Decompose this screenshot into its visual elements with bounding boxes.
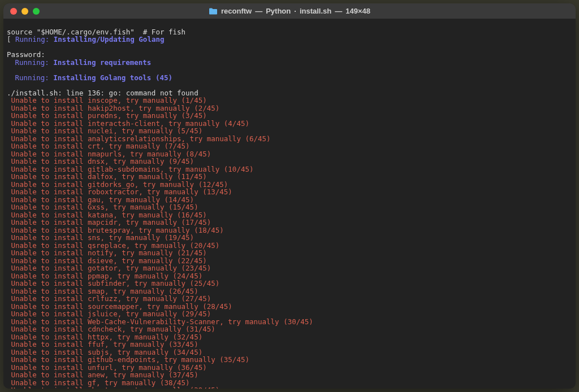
install-fail-line: Unable to install jsluice, try manually …: [7, 310, 572, 318]
install-fail-line: Unable to install Web-Cache-Vulnerabilit…: [7, 318, 572, 326]
install-fail-line: Unable to install gitdorks_go, try manua…: [7, 181, 572, 189]
install-fail-line: Unable to install katana, try manually (…: [7, 211, 572, 219]
install-fail-line: Unable to install smap, try manually (26…: [7, 288, 572, 295]
install-fail-line: Unable to install notify, try manually (…: [7, 249, 572, 257]
install-fail-line: Unable to install gf, try manually (38/4…: [7, 379, 572, 387]
install-fail-line: Unable to install sourcemapper, try manu…: [7, 303, 572, 311]
terminal-output[interactable]: source "$HOME/.cargo/env.fish" # For fis…: [3, 19, 576, 389]
title-folder: reconftw: [221, 7, 252, 15]
install-fail-line: Unable to install gotator, try manually …: [7, 264, 572, 272]
install-fail-line: Unable to install dnsx, try manually (9/…: [7, 158, 572, 165]
install-fail-line: Unable to install gitlab-subdomains, try…: [7, 165, 572, 173]
install-fail-line: Unable to install roboxtractor, try manu…: [7, 188, 572, 196]
title-sep: —: [255, 7, 262, 15]
install-fail-line: Unable to install nuclei, try manually (…: [7, 127, 572, 135]
install-fail-line: Unable to install Gxss, try manually (15…: [7, 203, 572, 211]
minimize-icon[interactable]: [21, 8, 28, 15]
install-fail-line: Unable to install crt, try manually (7/4…: [7, 142, 572, 150]
running-msg: Installing Golang tools (45): [53, 73, 172, 82]
running-msg: Installing requirements: [53, 58, 151, 67]
terminal-window: reconftw — Python · install.sh — 149×48 …: [3, 3, 576, 389]
running-label: Running:: [15, 35, 49, 43]
install-fail-line: Unable to install hakip2host, try manual…: [7, 104, 572, 112]
folder-icon: [209, 8, 218, 15]
install-fail-line: Unable to install sns, try manually (19/…: [7, 234, 572, 242]
title-file: install.sh: [300, 7, 331, 15]
title-dash: —: [335, 7, 342, 15]
running-label: [7, 73, 15, 82]
title-process: Python: [266, 7, 291, 15]
running-label: Running:: [15, 73, 49, 82]
install-fail-line: Unable to install qsreplace, try manuall…: [7, 242, 572, 250]
running-msg: Installing/Updating Golang: [54, 35, 165, 43]
install-fail-line: Unable to install ppmap, try manually (2…: [7, 272, 572, 280]
install-fail-line: Unable to install brutespray, try manual…: [7, 227, 572, 234]
install-fail-line: Unable to install inscope, try manually …: [7, 97, 572, 104]
install-fail-line: Unable to install mapcidr, try manually …: [7, 219, 572, 227]
window-title: reconftw — Python · install.sh — 149×48: [3, 7, 576, 15]
install-fail-line: Unable to install crlfuzz, try manually …: [7, 295, 572, 303]
install-fail-line: Unable to install cdncheck, try manually…: [7, 325, 572, 333]
close-icon[interactable]: [10, 8, 17, 15]
install-fail-line: Unable to install unfurl, try manually (…: [7, 364, 572, 372]
install-fail-line: Unable to install interactsh-client, try…: [7, 120, 572, 128]
install-fail-line: Unable to install puredns, try manually …: [7, 112, 572, 120]
titlebar: reconftw — Python · install.sh — 149×48: [3, 3, 576, 19]
install-fail-line: Unable to install dalfox, try manually (…: [7, 173, 572, 181]
install-fail-line: Unable to install analyticsrelationships…: [7, 135, 572, 143]
install-fail-line: Unable to install anew, try manually (37…: [7, 371, 572, 379]
bracket: [: [7, 35, 11, 43]
maximize-icon[interactable]: [33, 8, 40, 15]
running-label: Running:: [15, 58, 49, 67]
install-fail-line: Unable to install subjs, try manually (3…: [7, 349, 572, 356]
title-dot: ·: [294, 7, 296, 15]
install-fail-line: Unable to install ffuf, try manually (33…: [7, 341, 572, 349]
install-fail-line: Unable to install shortscan, try manuall…: [7, 386, 572, 389]
install-fail-line: Unable to install subfinder, try manuall…: [7, 280, 572, 288]
install-fail-line: Unable to install gau, try manually (14/…: [7, 196, 572, 204]
install-fail-line: Unable to install nmapurls, try manually…: [7, 150, 572, 158]
install-fail-line: Unable to install httpx, try manually (3…: [7, 333, 572, 341]
window-controls: [3, 8, 40, 15]
install-fail-line: Unable to install github-endpoints, try …: [7, 356, 572, 364]
install-failures: Unable to install inscope, try manually …: [7, 97, 572, 389]
title-dims: 149×48: [345, 7, 370, 15]
running-label: [7, 58, 15, 67]
install-fail-line: Unable to install dsieve, try manually (…: [7, 257, 572, 265]
